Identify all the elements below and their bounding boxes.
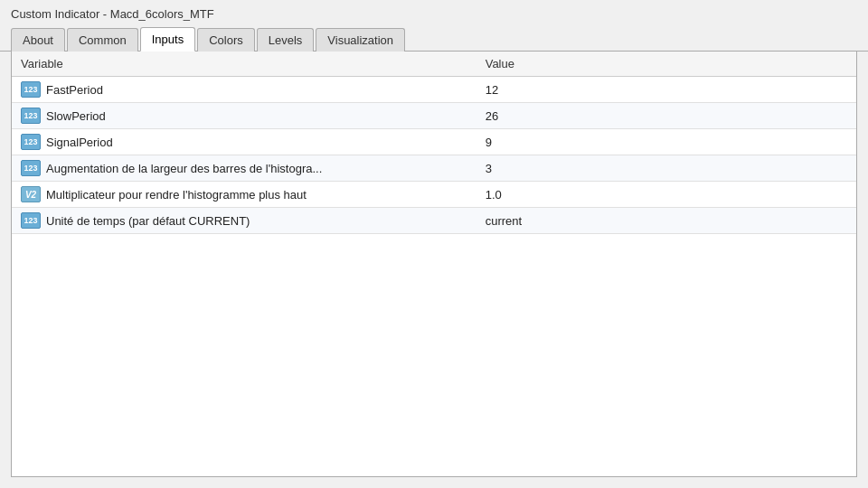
inputs-table: Variable Value 123FastPeriod12123SlowPer…	[12, 52, 856, 234]
table-row[interactable]: 123FastPeriod12	[12, 77, 856, 103]
variable-cell: 123Unité de temps (par défaut CURRENT)	[12, 208, 476, 234]
main-window: Custom Indicator - Macd_6colors_MTF Abou…	[0, 0, 868, 488]
type-icon: V2	[21, 186, 41, 202]
content-area: Variable Value 123FastPeriod12123SlowPer…	[11, 52, 857, 477]
variable-cell: 123FastPeriod	[12, 77, 476, 103]
type-icon: 123	[21, 81, 41, 98]
type-icon: 123	[21, 134, 41, 150]
tab-about[interactable]: About	[11, 28, 65, 52]
type-icon: 123	[21, 108, 41, 124]
value-cell[interactable]: 3	[476, 155, 856, 182]
variable-name: SlowPeriod	[46, 109, 106, 123]
variable-name: Unité de temps (par défaut CURRENT)	[46, 214, 250, 228]
value-cell[interactable]: current	[476, 208, 856, 234]
table-row[interactable]: 123Unité de temps (par défaut CURRENT)cu…	[12, 208, 856, 234]
variable-name: FastPeriod	[46, 83, 103, 97]
tabs-bar: AboutCommonInputsColorsLevelsVisualizati…	[0, 26, 868, 52]
table-row[interactable]: V2Multiplicateur pour rendre l'histogram…	[12, 182, 856, 208]
table-header-row: Variable Value	[12, 52, 856, 77]
variable-name: Augmentation de la largeur des barres de…	[46, 162, 322, 175]
variable-cell: V2Multiplicateur pour rendre l'histogram…	[12, 182, 476, 208]
title-bar: Custom Indicator - Macd_6colors_MTF	[0, 0, 868, 26]
table-row[interactable]: 123SignalPeriod9	[12, 129, 856, 155]
window-title: Custom Indicator - Macd_6colors_MTF	[11, 7, 214, 21]
value-cell[interactable]: 12	[476, 77, 856, 103]
value-cell[interactable]: 9	[476, 129, 856, 155]
tab-levels[interactable]: Levels	[257, 28, 315, 52]
table-row[interactable]: 123SlowPeriod26	[12, 103, 856, 129]
tab-common[interactable]: Common	[67, 28, 138, 52]
table-row[interactable]: 123Augmentation de la largeur des barres…	[12, 155, 856, 182]
tab-colors[interactable]: Colors	[197, 28, 255, 52]
tab-inputs[interactable]: Inputs	[140, 27, 195, 52]
column-value: Value	[476, 52, 856, 77]
table-container: Variable Value 123FastPeriod12123SlowPer…	[12, 52, 856, 476]
variable-name: SignalPeriod	[46, 136, 113, 149]
tab-visualization[interactable]: Visualization	[316, 28, 405, 52]
type-icon: 123	[21, 212, 41, 229]
variable-name: Multiplicateur pour rendre l'histogramme…	[46, 188, 307, 202]
value-cell[interactable]: 26	[476, 103, 856, 129]
value-cell[interactable]: 1.0	[476, 182, 856, 208]
type-icon: 123	[21, 160, 41, 176]
variable-cell: 123SlowPeriod	[12, 103, 476, 129]
variable-cell: 123Augmentation de la largeur des barres…	[12, 155, 476, 182]
variable-cell: 123SignalPeriod	[12, 129, 476, 155]
column-variable: Variable	[12, 52, 476, 77]
